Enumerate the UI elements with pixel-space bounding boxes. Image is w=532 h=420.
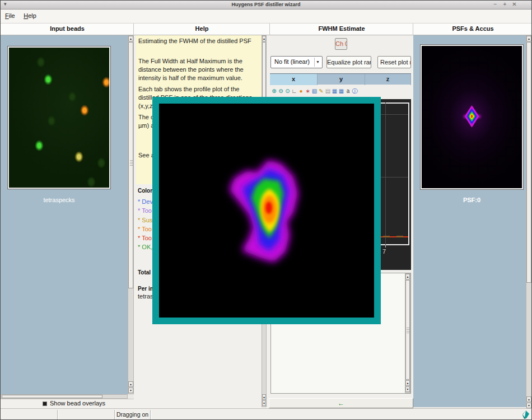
scroll-up-icon[interactable]: ▲ — [262, 394, 266, 400]
scroll-up-icon[interactable]: ▲ — [526, 396, 531, 402]
status-dragging: Dragging on — [115, 410, 151, 419]
fwhm-header: FWHM Estimate — [270, 25, 413, 32]
plot-gridline — [385, 102, 386, 245]
title-bar: ▾ Huygens PSF distiller wizard −+✕ — [1, 1, 531, 10]
menu-file[interactable]: File — [3, 12, 17, 20]
bead — [78, 102, 91, 118]
scroll-down-icon[interactable]: ▼ — [128, 388, 133, 393]
bead-image-caption: tetraspecks — [8, 197, 110, 203]
menu-bar: File Help — [1, 10, 531, 23]
chevron-down-icon[interactable]: ▼ — [314, 58, 321, 67]
app-window: ▾ Huygens PSF distiller wizard −+✕ File … — [0, 0, 532, 420]
table-icon[interactable]: ▦ — [332, 87, 338, 95]
input-beads-hscrollbar[interactable] — [1, 394, 128, 399]
tab-y[interactable]: y — [318, 74, 365, 85]
psf-image-caption: PSF:0 — [421, 197, 523, 203]
show-bead-overlays-checkbox[interactable] — [43, 402, 47, 406]
huygens-logo-icon — [522, 410, 530, 419]
faint-bead — [66, 89, 78, 105]
export-icon[interactable]: ▤ — [325, 87, 331, 95]
psfs-scrollbar[interactable]: ▲ ▲ ▼ — [526, 35, 532, 407]
input-beads-scrollbar[interactable]: ▲ ▲ ▼ — [128, 35, 134, 394]
bead — [100, 74, 110, 90]
bead — [33, 138, 45, 153]
faint-bead — [85, 174, 97, 189]
window-title: Huygens PSF distiller wizard — [1, 2, 531, 7]
x-axis-tick-label: 7 — [382, 248, 386, 255]
chart-edit-icon[interactable]: ▧ — [311, 87, 318, 95]
minimize-button[interactable]: − — [491, 1, 500, 7]
scroll-up-icon[interactable]: ▲ — [405, 274, 410, 279]
back-button[interactable]: ← — [269, 398, 413, 408]
psf-preview-overlay[interactable] — [152, 97, 381, 324]
help-intro: Estimating the FWHM of the distilled PSF — [138, 37, 259, 45]
fit-mode-dropdown[interactable]: No fit (linear) ▼ — [270, 56, 323, 68]
scroll-down-icon[interactable]: ▼ — [405, 386, 410, 392]
annotation-icon[interactable]: a — [345, 87, 351, 95]
psf-preview-blob — [159, 104, 374, 318]
tab-x[interactable]: x — [270, 74, 318, 85]
scroll-up-icon[interactable]: ▲ — [128, 36, 133, 41]
menu-help[interactable]: Help — [22, 12, 38, 20]
bead — [42, 72, 54, 87]
scroll-up-icon[interactable]: ▲ — [405, 380, 410, 386]
faint-bead — [95, 155, 108, 171]
scatter-plot-icon[interactable]: ∗ — [305, 87, 311, 95]
input-beads-header: Input beads — [1, 25, 134, 32]
zoom-out-icon[interactable]: ⊖ — [278, 87, 284, 95]
scroll-down-icon[interactable]: ▼ — [526, 403, 531, 408]
sphere-icon[interactable]: ● — [298, 87, 304, 95]
scroll-down-icon[interactable]: ▼ — [262, 400, 266, 406]
help-header: Help — [134, 25, 270, 32]
profile-curve-dash — [396, 236, 403, 237]
axis-tab-bar: x y z — [270, 73, 411, 85]
maximize-button[interactable]: + — [500, 1, 510, 7]
channel-0-button[interactable]: Ch 0 — [335, 38, 347, 50]
table-save-icon[interactable]: ▦ — [338, 87, 344, 95]
fit-mode-value: No fit (linear) — [274, 58, 310, 65]
status-cell — [151, 410, 521, 419]
x-axis-tick — [385, 245, 386, 248]
reset-plot-range-button[interactable]: Reset plot range — [377, 56, 411, 68]
status-cell — [2, 410, 58, 419]
status-cell — [58, 410, 115, 419]
panel-headers: Input beads Help FWHM Estimate PSFs & Ac… — [1, 23, 531, 35]
show-bead-overlays-label: Show bead overlays — [50, 400, 105, 407]
bead-overlays-row: Show bead overlays — [1, 399, 134, 408]
faint-bead — [35, 54, 47, 70]
info-icon[interactable]: ⓘ — [352, 87, 358, 95]
scrollbar-thumb[interactable] — [405, 280, 410, 380]
psfs-header: PSFs & Accus — [413, 25, 532, 32]
axes-icon[interactable]: ∟ — [291, 87, 297, 95]
zoom-reset-icon[interactable]: ⊙ — [284, 87, 291, 95]
scroll-up-icon[interactable]: ▲ — [262, 36, 266, 41]
scrollbar-thumb[interactable] — [128, 42, 133, 288]
pencil-icon[interactable]: ✎ — [318, 87, 324, 95]
faint-bead — [45, 113, 58, 129]
close-button[interactable]: ✕ — [510, 1, 519, 7]
profile-curve-dash — [383, 236, 390, 237]
psf-thumbnail-image[interactable] — [421, 45, 523, 189]
scrollbar-thumb[interactable] — [526, 42, 531, 283]
tab-z[interactable]: z — [365, 74, 411, 85]
scrollbar-thumb[interactable] — [2, 395, 102, 398]
scroll-up-icon[interactable]: ▲ — [526, 36, 531, 41]
scroll-up-icon[interactable]: ▲ — [128, 381, 133, 387]
fwhm-list-scrollbar[interactable]: ▲ ▲ ▼ — [405, 273, 410, 393]
status-bar: Dragging on — [1, 408, 531, 420]
zoom-in-icon[interactable]: ⊕ — [271, 87, 277, 95]
equalize-plot-range-button[interactable]: Equalize plot range — [326, 56, 371, 68]
bead-thumbnail-image[interactable] — [8, 46, 110, 189]
bead — [73, 149, 85, 165]
plot-toolbar: ⊕⊖⊙∟●∗▧✎▤▦▦aⓘ — [271, 87, 411, 96]
help-paragraph: The Full Width at Half Maximum is the di… — [138, 57, 259, 82]
